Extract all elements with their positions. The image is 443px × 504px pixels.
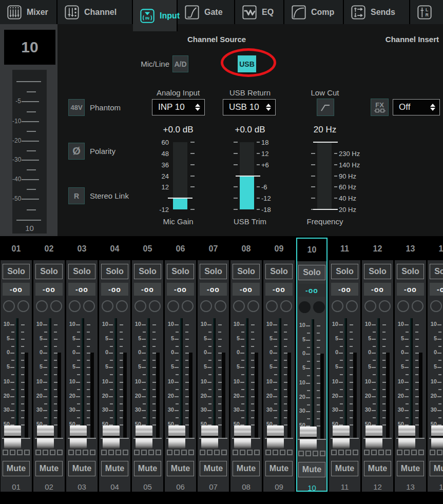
tab-mixer[interactable]: Mixer xyxy=(0,0,57,24)
fader-track[interactable] xyxy=(377,318,380,440)
strip-fader[interactable]: 1050510203050 xyxy=(263,315,295,450)
fader-cap[interactable] xyxy=(333,425,350,449)
fader-track[interactable] xyxy=(246,318,248,440)
tab-comp[interactable]: Comp xyxy=(284,0,344,24)
strip-solo-button[interactable]: Solo xyxy=(364,264,391,279)
fader-cap[interactable] xyxy=(267,425,284,449)
strip-mute-button[interactable]: Mute xyxy=(265,461,293,476)
strip-level-value[interactable]: -oo xyxy=(101,283,128,296)
strip-solo-button[interactable]: Solo xyxy=(430,264,443,279)
strip-fader[interactable]: 1050510203050 xyxy=(296,316,328,451)
fader-track[interactable] xyxy=(147,318,150,440)
strip-mute-button[interactable]: Mute xyxy=(35,461,63,476)
usb-source-button[interactable]: USB xyxy=(238,55,256,72)
strip-fader[interactable]: 1050510203050 xyxy=(362,315,393,450)
fader-cap[interactable] xyxy=(431,425,443,449)
strip-channel-number[interactable]: 09 xyxy=(263,238,295,260)
strip-fader[interactable]: 1050510203050 xyxy=(230,315,262,450)
strip-solo-button[interactable]: Solo xyxy=(397,264,424,279)
channel-strip[interactable]: 04 Solo -oo 1050510203050 Mute 04 xyxy=(99,238,130,492)
fader-cap[interactable] xyxy=(37,425,54,449)
fader-track[interactable] xyxy=(114,318,117,440)
strip-fader[interactable]: 1050510203050 xyxy=(132,315,163,450)
fader-cap[interactable] xyxy=(4,425,21,449)
strip-mute-button[interactable]: Mute xyxy=(134,461,161,476)
strip-level-value[interactable]: -oo xyxy=(35,283,63,296)
channel-strip[interactable]: 12 Solo -oo 1050510203050 Mute 12 xyxy=(362,238,393,492)
fader-track[interactable] xyxy=(16,318,18,440)
fader-cap[interactable] xyxy=(70,425,87,449)
usb-return-select[interactable]: USB 10 xyxy=(223,99,276,115)
channel-strip[interactable]: 14 Solo -oo 1050510203050 Mute 14 xyxy=(428,238,443,492)
strip-mute-button[interactable]: Mute xyxy=(200,461,227,476)
tab-gate[interactable]: Gate xyxy=(178,0,235,24)
channel-strip[interactable]: 05 Solo -oo 1050510203050 Mute 05 xyxy=(132,238,163,492)
fader-cap[interactable] xyxy=(136,425,152,449)
strip-channel-number[interactable]: 12 xyxy=(362,238,393,260)
strip-fader[interactable]: 1050510203050 xyxy=(395,315,426,450)
strip-channel-number[interactable]: 11 xyxy=(329,238,360,260)
channel-strip[interactable]: 10 Solo -oo 1050510203050 Mute 10 xyxy=(296,238,328,492)
analog-input-select[interactable]: INP 10 xyxy=(152,99,205,115)
fader-cap[interactable] xyxy=(398,425,415,449)
strip-channel-number[interactable]: 02 xyxy=(33,238,65,260)
strip-fader[interactable]: 1050510203050 xyxy=(1,315,32,450)
polarity-button[interactable]: Ø xyxy=(68,143,85,160)
low-cut-button[interactable] xyxy=(317,99,334,116)
fader-cap[interactable] xyxy=(168,425,185,449)
channel-strip[interactable]: 03 Solo -oo 1050510203050 Mute 03 xyxy=(66,238,98,492)
fx-select[interactable]: Off xyxy=(393,99,440,115)
strip-solo-button[interactable]: Solo xyxy=(101,264,128,279)
strip-level-value[interactable]: -oo xyxy=(134,283,161,296)
strip-mute-button[interactable]: Mute xyxy=(331,461,358,476)
fader-track[interactable] xyxy=(180,318,183,440)
channel-strip[interactable]: 13 Solo -oo 1050510203050 Mute 13 xyxy=(395,238,426,492)
strip-level-value[interactable]: -oo xyxy=(200,283,227,296)
strip-mute-button[interactable]: Mute xyxy=(167,461,194,476)
strip-solo-button[interactable]: Solo xyxy=(3,264,30,279)
strip-mute-button[interactable]: Mute xyxy=(233,461,260,476)
strip-level-value[interactable]: -oo xyxy=(68,283,95,296)
tab-input[interactable]: IN Input xyxy=(133,0,178,31)
strip-solo-button[interactable]: Solo xyxy=(265,264,293,279)
fader-cap[interactable] xyxy=(365,425,382,449)
strip-fader[interactable]: 1050510203050 xyxy=(33,315,65,450)
channel-strip[interactable]: 11 Solo -oo 1050510203050 Mute 11 xyxy=(329,238,360,492)
fader-cap[interactable] xyxy=(234,425,251,449)
strip-solo-button[interactable]: Solo xyxy=(298,265,325,280)
fader-track[interactable] xyxy=(344,318,347,440)
strip-channel-number[interactable]: 10 xyxy=(297,239,326,261)
strip-solo-button[interactable]: Solo xyxy=(167,264,194,279)
strip-channel-number[interactable]: 01 xyxy=(1,238,32,260)
strip-level-value[interactable]: -oo xyxy=(364,283,391,296)
channel-strip[interactable]: 09 Solo -oo 1050510203050 Mute 09 xyxy=(263,238,295,492)
strip-mute-button[interactable]: Mute xyxy=(298,462,325,477)
fader-cap[interactable] xyxy=(201,425,218,449)
strip-solo-button[interactable]: Solo xyxy=(68,264,95,279)
channel-strip[interactable]: 02 Solo -oo 1050510203050 Mute 02 xyxy=(33,238,65,492)
strip-channel-number[interactable]: 13 xyxy=(395,238,426,260)
strip-channel-number[interactable]: 05 xyxy=(132,238,163,260)
strip-solo-button[interactable]: Solo xyxy=(331,264,358,279)
strip-level-value[interactable]: -oo xyxy=(167,283,194,296)
fader-track[interactable] xyxy=(213,318,216,440)
strip-level-value[interactable]: -oo xyxy=(298,284,325,297)
strip-fader[interactable]: 1050510203050 xyxy=(428,315,443,450)
channel-strip[interactable]: 08 Solo -oo 1050510203050 Mute 08 xyxy=(230,238,262,492)
channel-strip[interactable]: 01 Solo -oo 1050510203050 Mute 01 xyxy=(1,238,32,492)
fader-track[interactable] xyxy=(82,318,84,440)
strip-level-value[interactable]: -oo xyxy=(430,283,443,296)
strip-solo-button[interactable]: Solo xyxy=(233,264,260,279)
strip-level-value[interactable]: -oo xyxy=(397,283,424,296)
phantom-48v-button[interactable]: 48V xyxy=(68,99,85,116)
tab-eq[interactable]: EQ xyxy=(235,0,284,24)
strip-fader[interactable]: 1050510203050 xyxy=(99,315,130,450)
strip-channel-number[interactable]: 14 xyxy=(428,238,443,260)
fader-track[interactable] xyxy=(312,319,314,441)
strip-mute-button[interactable]: Mute xyxy=(364,461,391,476)
strip-level-value[interactable]: -oo xyxy=(265,283,293,296)
strip-level-value[interactable]: -oo xyxy=(331,283,358,296)
strip-fader[interactable]: 1050510203050 xyxy=(165,315,196,450)
strip-solo-button[interactable]: Solo xyxy=(134,264,161,279)
fader-cap[interactable] xyxy=(103,425,120,449)
